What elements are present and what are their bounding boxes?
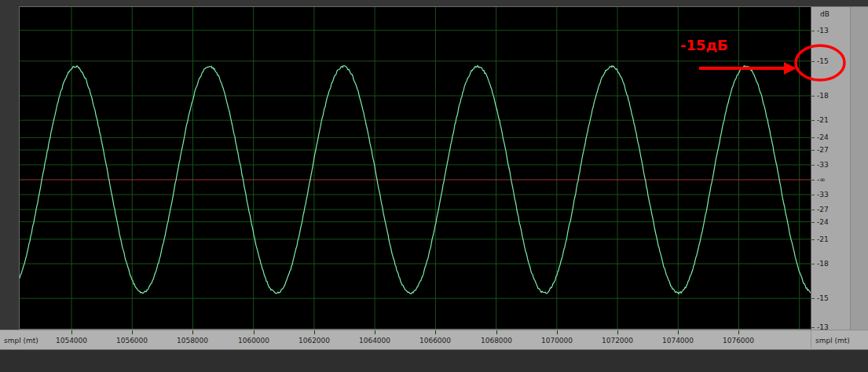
db-scale-tickmark bbox=[811, 165, 815, 166]
ruler-tick-label: 1056000 bbox=[116, 337, 148, 345]
ruler-tickmark bbox=[71, 330, 72, 334]
db-scale-tickmark bbox=[811, 31, 815, 31]
db-scale-label: -33 bbox=[817, 191, 829, 199]
db-scale-label: -27 bbox=[817, 146, 829, 154]
ruler-tick-label: 1068000 bbox=[481, 337, 512, 345]
db-scale-tickmark bbox=[811, 298, 815, 299]
db-scale-label: -24 bbox=[817, 133, 829, 141]
ruler-unit-left: smpl (mt) bbox=[4, 337, 38, 345]
db-scale-tickmark bbox=[811, 96, 815, 97]
db-scale-tickmark bbox=[811, 150, 815, 151]
ruler-tickmark bbox=[375, 330, 375, 334]
db-scale-label: -13 bbox=[817, 27, 829, 35]
db-scale-tickmark bbox=[811, 120, 815, 121]
ruler-tick-label: 1066000 bbox=[419, 337, 451, 345]
ruler-tick-label: 1064000 bbox=[359, 337, 390, 345]
ruler-tick-label: 1060000 bbox=[238, 337, 269, 345]
bottom-chrome bbox=[0, 350, 868, 372]
db-scale-tickmark bbox=[811, 222, 815, 223]
db-scale-label: -∞ bbox=[817, 176, 826, 184]
ruler-tick-label: 1076000 bbox=[723, 337, 754, 345]
ruler-unit-right: smpl (mt) bbox=[815, 337, 850, 345]
db-scale-tickmark bbox=[811, 195, 815, 195]
ruler-tickmark bbox=[192, 330, 193, 334]
ruler-tick-label: 1062000 bbox=[298, 337, 330, 345]
db-scale-tickmark bbox=[811, 327, 815, 328]
ruler-divider bbox=[811, 330, 811, 351]
ruler-tickmark bbox=[678, 330, 679, 334]
waveform-plot[interactable] bbox=[19, 6, 811, 330]
db-scale-tickmark bbox=[811, 137, 815, 138]
db-scale-label: -27 bbox=[817, 206, 829, 213]
audio-editor-window: dB -13-13-15-15-18-18-21-21-24-24-27-27-… bbox=[0, 0, 868, 372]
db-scale-label: -24 bbox=[817, 218, 829, 226]
db-scale-unit-label: dB bbox=[820, 10, 830, 18]
ruler-tickmark bbox=[132, 330, 133, 334]
ruler-tick-label: 1058000 bbox=[177, 337, 208, 345]
db-scale-tickmark bbox=[811, 239, 815, 240]
db-scale-label: -21 bbox=[817, 235, 829, 243]
ruler-tickmark bbox=[254, 330, 255, 334]
ruler-tick-label: 1072000 bbox=[602, 337, 633, 345]
db-scale-label: -33 bbox=[817, 161, 829, 169]
ruler-tickmark bbox=[557, 330, 558, 334]
ruler-tick-label: 1074000 bbox=[662, 337, 694, 345]
db-scale-label: -18 bbox=[817, 92, 829, 100]
db-scale-label: -21 bbox=[817, 116, 829, 124]
db-scale-label: -15 bbox=[817, 57, 829, 65]
right-gutter bbox=[850, 6, 868, 330]
db-scale-label: -18 bbox=[817, 260, 829, 268]
db-scale-tickmark bbox=[811, 180, 815, 181]
ruler-tickmark bbox=[617, 330, 618, 334]
db-scale-tickmark bbox=[811, 264, 815, 264]
ruler-tickmark bbox=[314, 330, 315, 334]
time-ruler[interactable]: smpl (mt) smpl (mt) 10540001056000105800… bbox=[0, 330, 868, 350]
ruler-tickmark bbox=[496, 330, 497, 334]
db-scale-label: -15 bbox=[817, 294, 829, 302]
ruler-tickmark bbox=[435, 330, 436, 334]
db-scale-tickmark bbox=[811, 61, 815, 62]
ruler-tick-label: 1054000 bbox=[56, 337, 87, 345]
ruler-tickmark bbox=[738, 330, 739, 334]
ruler-tick-label: 1070000 bbox=[541, 337, 573, 345]
db-scale-tickmark bbox=[811, 210, 815, 210]
db-scale[interactable]: dB -13-13-15-15-18-18-21-21-24-24-27-27-… bbox=[811, 6, 850, 330]
waveform-svg bbox=[20, 7, 811, 329]
